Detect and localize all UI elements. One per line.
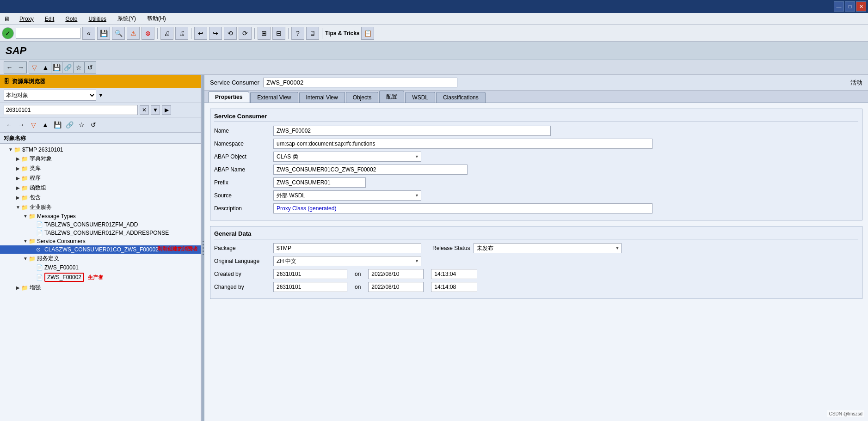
field-value-changed-time: 14:14:08 xyxy=(431,282,477,292)
tab-internal-view[interactable]: Internal View xyxy=(299,92,345,103)
toggle-svcconsumers[interactable]: ▼ xyxy=(22,238,29,244)
toggle-bizsvc[interactable]: ▼ xyxy=(15,204,21,211)
toggle-msgtypes[interactable]: ▼ xyxy=(22,213,29,220)
toolbar-print-btn[interactable]: 🖨 xyxy=(160,27,173,40)
tab-properties[interactable]: Properties xyxy=(208,92,249,103)
nav-star-btn[interactable]: ☆ xyxy=(74,62,85,73)
toolbar-save-btn[interactable]: 💾 xyxy=(97,27,110,40)
tab-external-view[interactable]: External View xyxy=(250,92,298,103)
menu-goto[interactable]: Goto xyxy=(63,15,79,23)
tree-item-svcdef[interactable]: ▼ 📁 服务定义 xyxy=(0,254,201,263)
folder-icon-prog: 📁 xyxy=(21,175,29,182)
toggle-enhance[interactable]: ▶ xyxy=(15,285,21,291)
tree-item-class[interactable]: ▶ 📁 类库 xyxy=(0,164,201,173)
tree-up-btn[interactable]: ▲ xyxy=(40,119,51,130)
field-value-description[interactable]: Proxy Class (generated) xyxy=(273,203,653,214)
go-button[interactable]: ✓ xyxy=(2,27,14,39)
menu-utilities[interactable]: Utilities xyxy=(86,15,108,23)
nav-link-btn[interactable]: 🔗 xyxy=(62,62,74,73)
nav-up-btn[interactable]: ▲ xyxy=(40,62,51,73)
toggle-prog[interactable]: ▶ xyxy=(15,175,21,182)
form-row-package: Package $TMP Release Status 未发布 xyxy=(214,243,858,253)
search-go-btn[interactable]: ▶ xyxy=(162,105,171,115)
menu-help[interactable]: 帮助(H) xyxy=(145,14,168,24)
menu-system[interactable]: 系统(Y) xyxy=(116,14,138,24)
menu-edit[interactable]: Edit xyxy=(43,15,56,23)
toolbar-stop-btn[interactable]: ⊗ xyxy=(142,27,154,40)
tree-item-svc2[interactable]: 📄 ZWS_F00002 生产者 xyxy=(0,272,201,283)
toolbar-prev-btn[interactable]: « xyxy=(82,27,95,40)
tree-item-svc1[interactable]: 📄 ZWS_F00001 xyxy=(0,263,201,272)
tree-refresh-btn[interactable]: ↺ xyxy=(88,119,99,130)
tab-config[interactable]: 配置 xyxy=(379,91,404,103)
nav-refresh-btn[interactable]: ↺ xyxy=(85,62,96,73)
nav-back-btn[interactable]: ← xyxy=(4,62,15,73)
nav-filter-btn[interactable]: ▽ xyxy=(29,62,40,73)
tree-item-clas1[interactable]: ⊙ CLASZWS_CONSUMER01CO_ZWS_F00002 刚刚创建的消… xyxy=(0,245,201,254)
form-row-name: Name ZWS_F00002 xyxy=(214,126,858,136)
minimize-button[interactable]: — xyxy=(834,1,844,12)
toggle-tmp[interactable]: ▼ xyxy=(7,146,14,153)
tree-item-tmp[interactable]: ▼ 📁 $TMP 26310101 xyxy=(0,146,201,154)
tree-item-dict[interactable]: ▶ 📁 字典对象 xyxy=(0,154,201,164)
tree-item-svcconsumers[interactable]: ▼ 📁 Service Consumers xyxy=(0,237,201,245)
right-header-label: Service Consumer xyxy=(210,79,259,86)
toolbar-help-btn[interactable]: ? xyxy=(291,27,304,40)
field-value-source[interactable]: 外部 WSDL xyxy=(273,190,421,201)
toggle-pkg[interactable]: ▶ xyxy=(15,195,21,201)
tree-item-prog[interactable]: ▶ 📁 程序 xyxy=(0,173,201,183)
toolbar-undo2-btn[interactable]: ⟲ xyxy=(224,27,237,40)
tree-filter-btn[interactable]: ▽ xyxy=(28,119,39,130)
toolbar-layout-btn[interactable]: ⊞ xyxy=(258,27,271,40)
toggle-class[interactable]: ▶ xyxy=(15,165,21,172)
folder-icon-dict: 📁 xyxy=(21,156,29,162)
toolbar-warn-btn[interactable]: ⚠ xyxy=(127,27,140,40)
tree-item-msgtypes[interactable]: ▼ 📁 Message Types xyxy=(0,212,201,220)
form-row-orig-lang: Original Language ZH 中文 xyxy=(214,256,858,266)
tree-label-msgtypes: Message Types xyxy=(37,213,76,220)
search-text-input[interactable] xyxy=(4,105,138,115)
field-value-name: ZWS_F00002 xyxy=(273,126,551,136)
toolbar-notes-btn[interactable]: 📋 xyxy=(361,27,374,40)
toolbar-print2-btn[interactable]: 🖨 xyxy=(175,27,188,40)
tree-save-btn[interactable]: 💾 xyxy=(52,119,63,130)
tree-forward-btn[interactable]: → xyxy=(16,119,27,130)
toolbar-redo-btn[interactable]: ↪ xyxy=(209,27,222,40)
toggle-funcgrp[interactable]: ▶ xyxy=(15,185,21,191)
field-value-release-status[interactable]: 未发布 xyxy=(474,243,622,253)
toggle-dict[interactable]: ▶ xyxy=(15,156,21,162)
toolbar-undo-btn[interactable]: ↩ xyxy=(194,27,207,40)
toolbar-find-btn[interactable]: 🔍 xyxy=(112,27,125,40)
toggle-svcdef[interactable]: ▼ xyxy=(22,256,29,262)
field-value-abap-object[interactable]: CLAS 类 xyxy=(273,152,421,162)
tab-wsdl[interactable]: WSDL xyxy=(405,92,435,103)
tab-classifications[interactable]: Classifications xyxy=(436,92,486,103)
toolbar-monitor-btn[interactable]: 🖥 xyxy=(306,27,319,40)
tree-item-pkg[interactable]: ▶ 📁 包含 xyxy=(0,193,201,202)
tree-item-msg1[interactable]: 📄 TABLZWS_CONSUMER01ZFM_ADD xyxy=(0,220,201,229)
toolbar-layout2-btn[interactable]: ⊟ xyxy=(272,27,285,40)
field-label-source: Source xyxy=(214,192,270,199)
tab-objects[interactable]: Objects xyxy=(346,92,379,103)
search-select[interactable]: 本地对象 xyxy=(4,90,96,101)
search-clear-btn[interactable]: ✕ xyxy=(140,105,149,115)
tree-item-funcgrp[interactable]: ▶ 📁 函数组 xyxy=(0,183,201,193)
maximize-button[interactable]: □ xyxy=(845,1,855,12)
menu-proxy[interactable]: Proxy xyxy=(18,15,36,23)
right-header: Service Consumer ZWS_F00002 活动 xyxy=(204,75,868,91)
tree-item-bizsvc[interactable]: ▼ 📁 企业服务 xyxy=(0,202,201,212)
tree-star-btn[interactable]: ☆ xyxy=(76,119,87,130)
close-button[interactable]: ✕ xyxy=(856,1,866,12)
nav-save-btn[interactable]: 💾 xyxy=(51,62,62,73)
tree-back-btn[interactable]: ← xyxy=(4,119,15,130)
toolbar-redo2-btn[interactable]: ⟳ xyxy=(239,27,252,40)
field-value-orig-lang[interactable]: ZH 中文 xyxy=(273,256,421,266)
nav-forward-btn[interactable]: → xyxy=(15,62,26,73)
tree-item-enhance[interactable]: ▶ 📁 增强 xyxy=(0,283,201,293)
tree-item-msg2[interactable]: 📄 TABLZWS_CONSUMER01ZFM_ADDRESPONSE xyxy=(0,229,201,237)
search-dropdown-btn[interactable]: ▼ xyxy=(151,105,160,115)
window-controls: — □ ✕ xyxy=(834,1,866,12)
description-link[interactable]: Proxy Class (generated) xyxy=(277,205,336,212)
tree-link-btn[interactable]: 🔗 xyxy=(64,119,75,130)
command-input[interactable] xyxy=(16,28,80,39)
